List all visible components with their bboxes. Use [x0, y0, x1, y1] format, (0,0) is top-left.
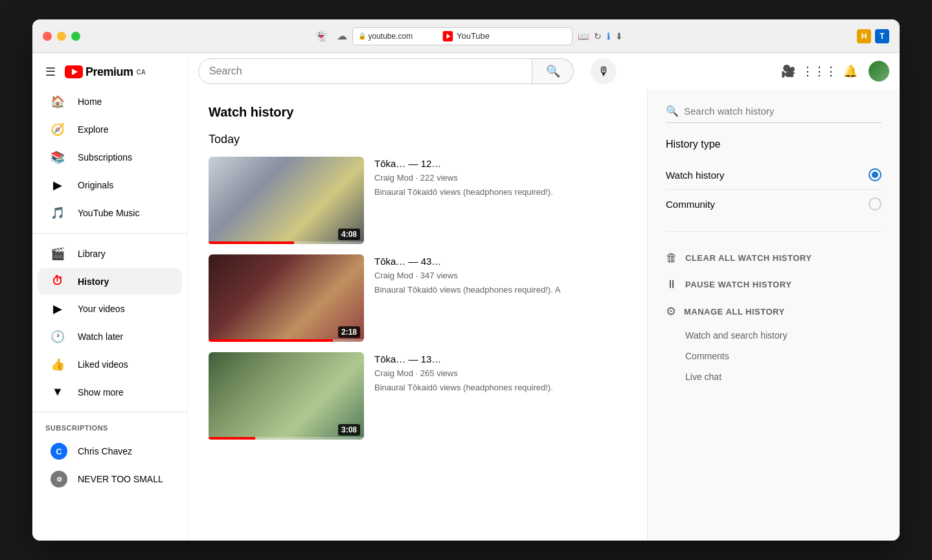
maximize-button[interactable] — [71, 32, 80, 41]
ghost-icon[interactable]: 👻 — [315, 30, 328, 42]
video-meta-1: Craig Mod · 222 views — [374, 173, 626, 183]
nav-divider-2 — [32, 412, 187, 412]
video-views-3: 265 views — [420, 368, 458, 378]
manage-all-history-button[interactable]: ⚙ MANAGE ALL HISTORY — [666, 298, 881, 325]
sidebar-item-show-more[interactable]: ▼ Show more — [38, 379, 182, 405]
close-button[interactable] — [43, 32, 52, 41]
video-title-2[interactable]: Tōka… — 43… — [374, 254, 626, 268]
gear-icon: ⚙ — [666, 304, 676, 319]
extension-t[interactable]: T — [875, 29, 889, 43]
video-info-3: Tōka… — 13… Craig Mod · 265 views Binaur… — [374, 352, 626, 394]
progress-fill-3 — [209, 437, 255, 440]
duration-badge-2: 2:18 — [338, 326, 360, 338]
your-videos-icon: ▶ — [51, 302, 65, 316]
video-info-2: Tōka… — 43… Craig Mod · 347 views Binaur… — [374, 254, 626, 296]
trash-icon: 🗑 — [666, 251, 677, 265]
sidebar-item-originals[interactable]: ▶ Originals — [38, 172, 182, 199]
live-chat-label: Live chat — [685, 372, 722, 382]
chris-chavez-avatar: C — [51, 443, 67, 460]
minimize-button[interactable] — [57, 32, 66, 41]
video-thumbnail-wrap-2[interactable]: 2:18 — [209, 254, 364, 342]
video-meta-2: Craig Mod · 347 views — [374, 271, 626, 280]
sidebar-item-explore[interactable]: 🧭 Explore — [38, 116, 182, 143]
pause-watch-history-button[interactable]: ⏸ PAUSE WATCH HISTORY — [666, 271, 881, 298]
pause-label: PAUSE WATCH HISTORY — [685, 280, 791, 289]
page-title: Watch history — [209, 105, 626, 120]
reload-icon[interactable]: ↻ — [594, 31, 602, 41]
subscriptions-icon: 📚 — [51, 150, 65, 164]
community-label: Community — [666, 199, 715, 210]
clear-all-button[interactable]: 🗑 CLEAR ALL WATCH HISTORY — [666, 245, 881, 271]
user-avatar[interactable] — [869, 61, 889, 82]
search-input-wrap — [198, 58, 532, 84]
nav-divider-1 — [32, 233, 187, 234]
watch-later-icon: 🕐 — [51, 330, 65, 344]
subscription-chris-chavez[interactable]: C Chris Chavez — [38, 438, 182, 465]
sidebar-label-library: Library — [78, 249, 106, 259]
sidebar-item-home[interactable]: 🏠 Home — [38, 88, 182, 115]
header-actions: 🎥 ⋮⋮⋮ 🔔 — [775, 58, 889, 84]
cloud-icon[interactable]: ☁ — [337, 30, 347, 42]
youtube-logo[interactable]: PremiumCA — [65, 65, 146, 79]
video-list: 4:08 Tōka… — 12… Craig Mod · 222 views — [209, 157, 626, 440]
reader-mode-icon[interactable]: 📖 — [578, 31, 589, 41]
duration-badge-3: 3:08 — [338, 424, 360, 436]
music-icon: 🎵 — [51, 206, 65, 220]
sidebar-item-music[interactable]: 🎵 YouTube Music — [38, 199, 182, 227]
subscription-never-too-small[interactable]: ⚙ NEVER TOO SMALL — [38, 465, 182, 493]
hamburger-menu[interactable]: ☰ — [45, 65, 56, 79]
sidebar-item-library[interactable]: 🎬 Library — [38, 240, 182, 267]
video-channel-1: Craig Mod — [374, 173, 413, 183]
watch-search-history-link[interactable]: Watch and search history — [666, 325, 881, 346]
notifications-button[interactable]: 🔔 — [837, 58, 863, 84]
comments-link[interactable]: Comments — [666, 346, 881, 366]
sidebar-item-history[interactable]: ⏱ History — [38, 268, 182, 295]
apps-button[interactable]: ⋮⋮⋮ — [806, 58, 832, 84]
progress-fill-1 — [209, 241, 294, 244]
search-history-wrap: 🔍 — [666, 105, 881, 123]
video-thumbnail-wrap-3[interactable]: 3:08 — [209, 352, 364, 440]
video-views-2: 347 views — [420, 271, 458, 280]
sidebar-label-originals: Originals — [78, 180, 113, 190]
video-title-3[interactable]: Tōka… — 13… — [374, 352, 626, 366]
sidebar-item-subscriptions[interactable]: 📚 Subscriptions — [38, 144, 182, 171]
history-feed: Watch history Today 4:08 — [188, 89, 647, 541]
watch-search-history-label: Watch and search history — [685, 330, 787, 341]
create-video-button[interactable]: 🎥 — [775, 58, 801, 84]
mic-button[interactable]: 🎙 — [591, 58, 617, 84]
sidebar-item-your-videos[interactable]: ▶ Your videos — [38, 295, 182, 322]
progress-bar-2 — [209, 339, 364, 342]
search-button[interactable]: 🔍 — [532, 58, 574, 84]
radio-option-watch-history[interactable]: Watch history — [666, 161, 881, 189]
sidebar-label-liked-videos: Liked videos — [78, 359, 128, 370]
chevron-down-icon: ▼ — [51, 385, 65, 399]
browser-toolbar-left: 👻 ☁ — [315, 30, 347, 42]
info-icon[interactable]: ℹ — [607, 31, 610, 41]
sidebar-label-explore: Explore — [78, 124, 108, 135]
sidebar-nav: 🏠 Home 🧭 Explore 📚 Subscriptions ▶ Origi… — [32, 88, 187, 405]
sidebar-label-music: YouTube Music — [78, 208, 139, 218]
radio-option-community[interactable]: Community — [666, 189, 881, 218]
sidebar-item-watch-later[interactable]: 🕐 Watch later — [38, 323, 182, 350]
video-desc-1: Binaural Tōkaidō views (headphones requi… — [374, 186, 626, 198]
watch-history-label: Watch history — [666, 170, 724, 181]
radio-community[interactable] — [869, 197, 881, 210]
download-icon[interactable]: ⬇ — [615, 31, 623, 41]
manage-label: MANAGE ALL HISTORY — [684, 307, 785, 317]
title-bar: 👻 ☁ 🔒 youtube.com 📖 ↻ ℹ ⬇ YouTube H T — [32, 19, 900, 53]
sidebar-item-liked-videos[interactable]: 👍 Liked videos — [38, 351, 182, 378]
app-body: ☰ PremiumCA 🏠 Home 🧭 Explore — [32, 53, 900, 541]
youtube-favicon — [442, 31, 453, 41]
live-chat-link[interactable]: Live chat — [666, 366, 881, 387]
tab-title-area: YouTube — [442, 31, 490, 41]
extension-h[interactable]: H — [857, 29, 871, 43]
video-thumbnail-wrap-1[interactable]: 4:08 — [209, 157, 364, 244]
search-input[interactable] — [209, 65, 521, 77]
video-title-1[interactable]: Tōka… — 12… — [374, 157, 626, 170]
radio-watch-history[interactable] — [869, 168, 881, 181]
extension-icons: H T — [857, 29, 889, 43]
logo-badge: CA — [137, 69, 146, 76]
search-history-input[interactable] — [684, 106, 881, 117]
home-icon: 🏠 — [51, 95, 65, 109]
mac-window: 👻 ☁ 🔒 youtube.com 📖 ↻ ℹ ⬇ YouTube H T — [32, 19, 900, 541]
